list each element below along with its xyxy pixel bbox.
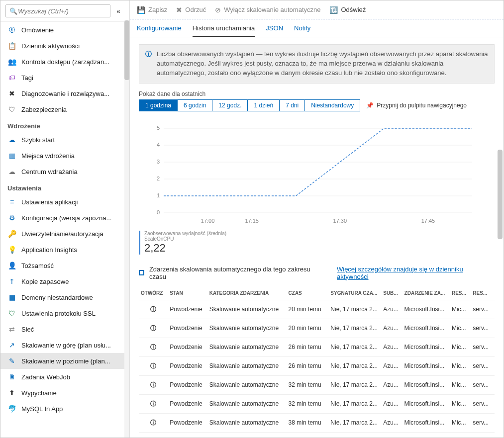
range-button[interactable]: Niestandardowy [305, 100, 360, 111]
nav-label: Zadania WebJob [21, 373, 122, 381]
nav-icon: ↗ [7, 341, 16, 350]
col-header[interactable]: CZAS [287, 287, 329, 300]
sidebar-item[interactable]: 🏷Tagi [0, 70, 129, 86]
nav-label: Tożsamość [21, 262, 122, 269]
col-header[interactable]: RES... [450, 287, 471, 300]
nav-icon: 🔑 [7, 229, 16, 238]
sidebar-item[interactable]: ⤒Kopie zapasowe [0, 273, 129, 289]
collapse-sidebar-icon[interactable]: « [112, 7, 124, 15]
nav-icon: ⤒ [7, 277, 16, 286]
sidebar-item[interactable]: ▦Domeny niestandardowe [0, 289, 129, 305]
sidebar-item[interactable]: ⇄Sieć [0, 321, 129, 337]
sidebar-item[interactable]: 🛈Omówienie [0, 22, 129, 38]
nav-icon: ✎ [7, 356, 16, 365]
tab[interactable]: Konfigurowanie [137, 22, 182, 37]
col-header[interactable]: SYGNATURA CZA... [328, 287, 381, 300]
nav-label: Skalowanie w poziomie (plan... [21, 357, 122, 365]
nav-icon: ⬆ [7, 388, 16, 397]
sidebar-item[interactable]: 💡Application Insights [0, 242, 129, 258]
info-icon[interactable]: ⓘ [139, 319, 168, 338]
toolbar: 💾 Zapisz ✖ Odrzuć ⊘ Wyłącz skalowanie au… [130, 0, 504, 19]
activity-log-link[interactable]: Więcej szczegółów znajduje się w dzienni… [337, 265, 495, 280]
info-icon[interactable]: ⓘ [139, 338, 168, 356]
nav-label: Ustawienia protokołu SSL [21, 310, 122, 317]
nav-label: Kontrola dostępu (zarządzan... [21, 58, 122, 66]
nav-icon: 👥 [7, 57, 16, 66]
tab[interactable]: JSON [266, 22, 283, 37]
sidebar-item[interactable]: ⬆Wypychanie [0, 385, 129, 401]
nav-icon: 📋 [7, 41, 16, 50]
col-header[interactable]: STAN [168, 287, 207, 300]
info-icon[interactable]: ⓘ [139, 432, 168, 438]
sidebar-scrollbar-thumb[interactable] [124, 20, 129, 80]
table-row[interactable]: ⓘPowodzenieSkalowanie automatyczne32 min… [139, 375, 495, 394]
sidebar-item[interactable]: 📋Dziennik aktywności [0, 38, 129, 54]
table-row[interactable]: ⓘPowodzenieSkalowanie automatyczne26 min… [139, 338, 495, 356]
sidebar-item[interactable]: 🐬MySQL In App [0, 401, 129, 417]
col-header[interactable]: RES... [471, 287, 495, 300]
metric-value: 2,22 [144, 242, 226, 255]
range-button[interactable]: 6 godzin [178, 100, 212, 111]
col-header[interactable]: ZDARZENIE ZA... [403, 287, 450, 300]
nav-icon: 🏷 [7, 73, 16, 82]
metric-card: Zaobserwowana wydajność (średnia) ScaleO… [139, 231, 226, 255]
discard-icon: ✖ [176, 6, 182, 14]
tab[interactable]: Notify [294, 22, 310, 37]
sidebar-item[interactable]: ↗Skalowanie w górę (plan usłu... [0, 337, 129, 353]
nav-icon: 🛈 [7, 25, 16, 34]
sidebar-item[interactable]: ≡Ustawienia aplikacji [0, 194, 129, 210]
sidebar-item[interactable]: ⚙Konfiguracja (wersja zapozna... [0, 210, 129, 226]
table-row[interactable]: ⓘPowodzenieSkalowanie automatyczne20 min… [139, 319, 495, 338]
nav-label: Konfiguracja (wersja zapozna... [21, 214, 122, 222]
sidebar-item[interactable]: 👤Tożsamość [0, 258, 129, 273]
events-expand-icon[interactable] [139, 270, 144, 275]
info-icon[interactable]: ⓘ [139, 356, 168, 375]
range-button[interactable]: 1 godzina [139, 100, 178, 111]
table-row[interactable]: ⓘPowodzenieSkalowanie automatyczne26 min… [139, 356, 495, 375]
table-row[interactable]: ⓘPowodzenieSkalowanie automatyczne32 min… [139, 394, 495, 413]
sidebar-item[interactable]: ✎Skalowanie w poziomie (plan... [0, 353, 129, 369]
range-button[interactable]: 12 godz. [212, 100, 248, 111]
sidebar-item[interactable]: ✖Diagnozowanie i rozwiązywa... [0, 86, 129, 101]
info-text: Liczba obserwowanych wystąpień — ten wyk… [157, 50, 488, 78]
search-icon: 🔍 [9, 7, 17, 15]
svg-text:17:00: 17:00 [201, 218, 215, 224]
table-row[interactable]: ⓘPowodzenieSkalowanie automatyczne20 min… [139, 300, 495, 319]
discard-button[interactable]: ✖ Odrzuć [176, 6, 206, 14]
col-header[interactable]: OTWÓRZ [139, 287, 168, 300]
col-header[interactable]: KATEGORIA ZDARZENIA [207, 287, 287, 300]
info-icon[interactable]: ⓘ [139, 413, 168, 432]
sidebar-item[interactable]: 🛡Ustawienia protokołu SSL [0, 305, 129, 321]
info-icon[interactable]: ⓘ [139, 300, 168, 319]
disable-autoscale-button[interactable]: ⊘ Wyłącz skalowanie automatyczne [215, 6, 320, 14]
sidebar-item[interactable]: 👥Kontrola dostępu (zarządzan... [0, 54, 129, 70]
range-button[interactable]: 1 dzień [248, 100, 280, 111]
info-icon[interactable]: ⓘ [139, 394, 168, 413]
sidebar-item[interactable]: ☁Centrum wdrażania [0, 164, 129, 179]
table-row[interactable]: ⓘPowodzenieSkalowanie automatyczne38 min… [139, 413, 495, 432]
refresh-label: Odśwież [341, 6, 366, 13]
nav-scroll[interactable]: 🛈Omówienie📋Dziennik aktywności👥Kontrola … [0, 22, 129, 438]
sidebar-item[interactable]: 🔑Uwierzytelnianie/autoryzacja [0, 226, 129, 242]
nav-label: Application Insights [21, 246, 122, 254]
sidebar-item[interactable]: ☁Szybki start [0, 132, 129, 148]
svg-text:1: 1 [157, 192, 160, 198]
main-scrollbar-thumb[interactable] [498, 150, 503, 239]
refresh-button[interactable]: 🔃 Odśwież [329, 6, 366, 14]
col-header[interactable]: SUB... [381, 287, 402, 300]
search-input[interactable] [5, 4, 110, 17]
nav-label: Kopie zapasowe [21, 278, 122, 285]
svg-text:0: 0 [157, 209, 160, 215]
pin-label: Przypnij do pulpitu nawigacyjnego [377, 102, 467, 109]
sidebar-item[interactable]: ▥Miejsca wdrożenia [0, 148, 129, 164]
content-area: ⓘ Liczba obserwowanych wystąpień — ten w… [130, 37, 504, 438]
sidebar-item[interactable]: 🗎Zadania WebJob [0, 369, 129, 385]
sidebar-item[interactable]: 🛡Zabezpieczenia [0, 101, 129, 117]
table-row[interactable]: ⓘPowodzenieSkalowanie automatyczne38 min… [139, 432, 495, 438]
save-button[interactable]: 💾 Zapisz [137, 6, 167, 14]
tab[interactable]: Historia uruchamiania [193, 22, 255, 37]
nav-label: Szybki start [21, 136, 122, 144]
pin-to-dashboard-button[interactable]: 📌 Przypnij do pulpitu nawigacyjnego [366, 102, 467, 109]
range-button[interactable]: 7 dni [280, 100, 305, 111]
info-icon[interactable]: ⓘ [139, 375, 168, 394]
